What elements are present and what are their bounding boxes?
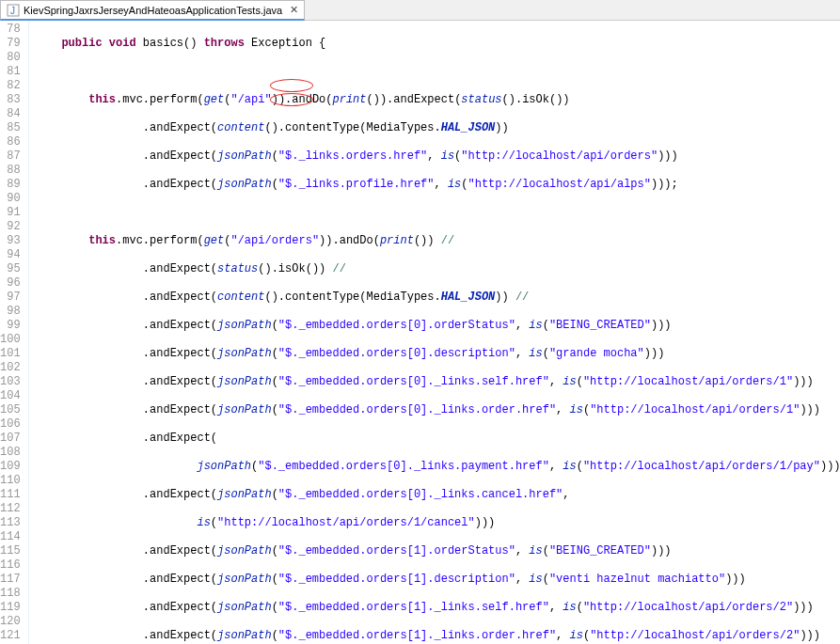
line-number: 112: [0, 502, 21, 516]
code-line: .andExpect(jsonPath("$._links.profile.hr…: [35, 178, 840, 192]
line-number: 107: [0, 432, 21, 446]
line-number: 104: [0, 389, 21, 403]
line-number: 92: [0, 220, 21, 234]
editor: 7879808182838485868788899091929394959697…: [0, 21, 840, 644]
line-number: 82: [0, 79, 21, 93]
line-number: 97: [0, 291, 21, 305]
code-line: [35, 65, 840, 79]
line-number: 115: [0, 544, 21, 558]
code-line: .andExpect(content().contentType(MediaTy…: [35, 291, 840, 305]
code-line: .andExpect(jsonPath("$._embedded.orders[…: [35, 573, 840, 587]
line-number: 81: [0, 65, 21, 79]
line-number: 118: [0, 587, 21, 601]
line-number: 88: [0, 164, 21, 178]
line-number: 86: [0, 135, 21, 149]
code-line: .andExpect(status().isOk()) //: [35, 262, 840, 276]
line-number: 99: [0, 319, 21, 333]
line-number: 105: [0, 403, 21, 417]
line-number: 96: [0, 276, 21, 291]
line-number: 113: [0, 516, 21, 530]
line-number: 108: [0, 446, 21, 460]
line-number: 111: [0, 488, 21, 502]
line-number: 100: [0, 333, 21, 347]
line-number: 80: [0, 51, 21, 65]
line-number: 120: [0, 615, 21, 629]
svg-text:J: J: [10, 6, 15, 16]
line-number: 114: [0, 530, 21, 544]
code-line: .andExpect(jsonPath("$._embedded.orders[…: [35, 488, 840, 502]
tab-label: KievSpringJaxrsJerseyAndHateoasApplicati…: [24, 5, 282, 16]
line-number: 95: [0, 262, 21, 276]
code-line: .andExpect(jsonPath("$._links.orders.hre…: [35, 149, 840, 164]
line-number: 101: [0, 347, 21, 361]
tab-bar: J KievSpringJaxrsJerseyAndHateoasApplica…: [0, 0, 840, 21]
line-number: 109: [0, 460, 21, 474]
line-number: 119: [0, 601, 21, 615]
code-area[interactable]: public void basics() throws Exception { …: [29, 21, 840, 644]
line-number: 78: [0, 23, 21, 37]
code-line: .andExpect(jsonPath("$._embedded.orders[…: [35, 319, 840, 333]
code-line: is("http://localhost/api/orders/1/cancel…: [35, 516, 840, 530]
code-line: .andExpect(: [35, 432, 840, 446]
line-number-gutter: 7879808182838485868788899091929394959697…: [0, 21, 29, 644]
code-line: .andExpect(jsonPath("$._embedded.orders[…: [35, 375, 840, 389]
code-line: jsonPath("$._embedded.orders[0]._links.p…: [35, 460, 840, 474]
line-number: 116: [0, 558, 21, 573]
code-line: this.mvc.perform(get("/api")).andDo(prin…: [35, 93, 840, 107]
line-number: 98: [0, 305, 21, 319]
java-file-icon: J: [7, 4, 20, 17]
line-number: 87: [0, 149, 21, 164]
line-number: 121: [0, 629, 21, 643]
close-icon[interactable]: ✕: [290, 4, 298, 16]
code-line: .andExpect(content().contentType(MediaTy…: [35, 121, 840, 135]
line-number: 90: [0, 192, 21, 206]
line-number: 103: [0, 375, 21, 389]
line-number: 102: [0, 361, 21, 375]
code-line: .andExpect(jsonPath("$._embedded.orders[…: [35, 544, 840, 558]
line-number: 106: [0, 417, 21, 432]
line-number: 89: [0, 178, 21, 192]
line-number: 84: [0, 107, 21, 121]
code-line: .andExpect(jsonPath("$._embedded.orders[…: [35, 347, 840, 361]
line-number: 79: [0, 37, 21, 51]
file-tab[interactable]: J KievSpringJaxrsJerseyAndHateoasApplica…: [0, 0, 305, 21]
line-number: 94: [0, 248, 21, 262]
code-line: .andExpect(jsonPath("$._embedded.orders[…: [35, 629, 840, 643]
code-line: this.mvc.perform(get("/api/orders")).and…: [35, 234, 840, 248]
line-number: 110: [0, 474, 21, 488]
line-number: 93: [0, 234, 21, 248]
line-number: 83: [0, 93, 21, 107]
code-line: [35, 206, 840, 220]
code-line: .andExpect(jsonPath("$._embedded.orders[…: [35, 601, 840, 615]
line-number: 85: [0, 121, 21, 135]
code-line: public void basics() throws Exception {: [35, 37, 840, 51]
line-number: 91: [0, 206, 21, 220]
code-line: .andExpect(jsonPath("$._embedded.orders[…: [35, 403, 840, 417]
line-number: 117: [0, 573, 21, 587]
